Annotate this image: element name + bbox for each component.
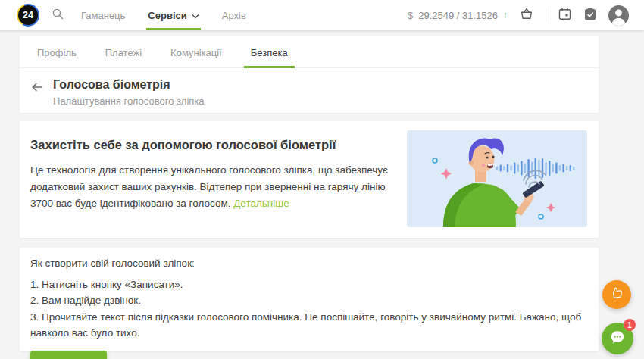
search-icon xyxy=(52,8,64,23)
page-header: Голосова біометрія Налаштування голосово… xyxy=(20,68,599,107)
promo-body-text: Це технологія для створення унікального … xyxy=(30,164,388,209)
nav-label: Сервіси xyxy=(148,10,186,21)
thumbs-up-icon xyxy=(609,286,624,304)
settings-tabs: Профіль Платежі Комунікації Безпека xyxy=(20,36,599,68)
voice-biometry-illustration xyxy=(407,130,587,227)
tab-label: Профіль xyxy=(37,47,77,58)
tasks-button[interactable] xyxy=(583,7,597,24)
basket-icon xyxy=(519,6,534,24)
steps-intro: Як створити свій голосовий зліпок: xyxy=(30,258,588,269)
nav-item-services[interactable]: Сервіси xyxy=(146,0,200,30)
chat-bubble-icon xyxy=(609,329,626,348)
back-button[interactable] xyxy=(30,80,44,97)
nav-item-archive[interactable]: Архів xyxy=(220,0,248,30)
promo-body: Це технологія для створення унікального … xyxy=(30,162,395,212)
top-bar: 24 Гаманець Сервіси Архів $ 29. xyxy=(0,0,644,30)
chat-unread-badge[interactable]: 1 xyxy=(624,319,636,331)
tab-profile[interactable]: Профіль xyxy=(30,36,83,68)
tab-label: Безпека xyxy=(251,47,288,58)
nav-item-wallet[interactable]: Гаманець xyxy=(80,0,127,30)
tab-communications[interactable]: Комунікації xyxy=(164,36,229,68)
page-header-text: Голосова біометрія Налаштування голосово… xyxy=(53,78,205,107)
currency-rates[interactable]: $ 29.2549 / 31.1526 ↑ xyxy=(408,10,508,21)
currency-symbol: $ xyxy=(408,10,413,21)
record-button[interactable]: Записати xyxy=(30,351,107,359)
tab-payments[interactable]: Платежі xyxy=(98,36,148,68)
chevron-down-icon xyxy=(192,10,199,21)
tab-label: Комунікації xyxy=(170,47,222,58)
tab-security[interactable]: Безпека xyxy=(244,36,295,68)
logo-label: 24 xyxy=(18,5,38,25)
topbar-divider xyxy=(546,7,546,23)
topbar-right: $ 29.2549 / 31.1526 ↑ xyxy=(408,5,629,26)
calendar-button[interactable] xyxy=(558,7,572,24)
promo-card: Захистіть себе за допомогою голосової бі… xyxy=(20,121,599,238)
page-title: Голосова біометрія xyxy=(53,78,205,92)
page-subtitle: Налаштування голосового зліпка xyxy=(53,95,205,107)
privat24-logo[interactable]: 24 xyxy=(17,4,39,27)
promo-title: Захистіть себе за допомогою голосової бі… xyxy=(30,138,399,152)
back-arrow-icon xyxy=(30,80,44,97)
like-fab-button[interactable] xyxy=(602,280,631,309)
step-item: 3. Прочитайте текст після підказки голос… xyxy=(30,309,588,342)
tab-label: Платежі xyxy=(105,47,142,58)
calendar-icon xyxy=(558,7,572,24)
task-check-icon xyxy=(583,7,597,24)
steps-list: 1. Натисніть кнопку «Записати». 2. Вам н… xyxy=(30,276,588,341)
step-item: 2. Вам надійде дзвінок. xyxy=(30,292,588,308)
currency-values: 29.2549 / 31.1526 xyxy=(418,10,498,21)
trend-up-icon: ↑ xyxy=(503,10,508,20)
promo-text: Захистіть себе за допомогою голосової бі… xyxy=(20,121,399,238)
main-nav: Гаманець Сервіси Архів xyxy=(80,0,267,30)
nav-label: Архів xyxy=(222,10,246,21)
search-button[interactable] xyxy=(52,8,64,23)
details-link[interactable]: Детальніше xyxy=(233,198,289,209)
steps-card: Як створити свій голосовий зліпок: 1. На… xyxy=(20,248,599,351)
nav-label: Гаманець xyxy=(81,10,125,21)
settings-card: Профіль Платежі Комунікації Безпека Голо… xyxy=(20,36,599,113)
step-item: 1. Натисніть кнопку «Записати». xyxy=(30,276,588,292)
basket-button[interactable] xyxy=(519,6,534,24)
avatar[interactable] xyxy=(608,5,629,26)
